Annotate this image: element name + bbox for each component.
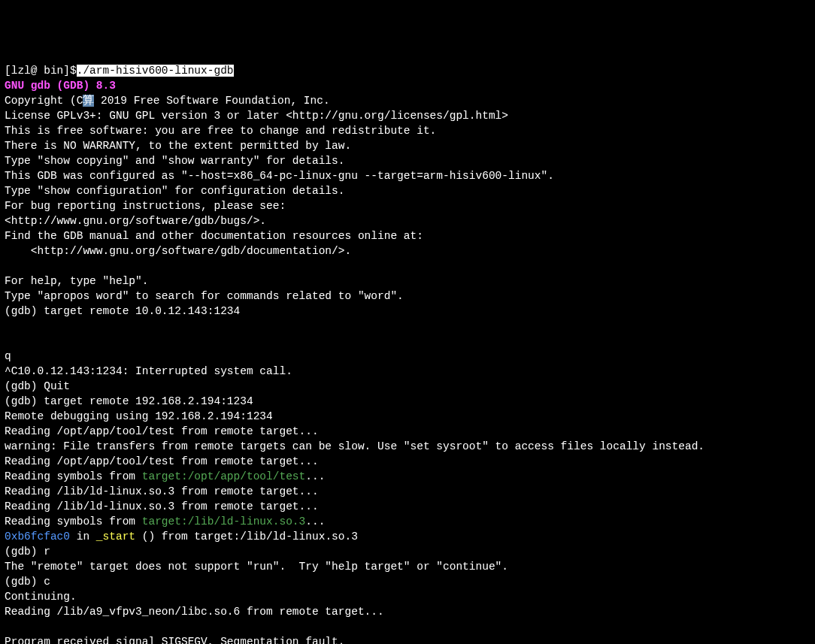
showconf-line: Type "show configuration" for configurat… <box>5 185 344 197</box>
gdb-cmd-r: (gdb) r <box>5 546 50 558</box>
configured-line: This GDB was configured as "--host=x86_6… <box>5 170 554 182</box>
start-fn: _start <box>96 531 135 543</box>
reading-line4: Reading /lib/ld-linux.so.3 from remote t… <box>5 500 319 512</box>
interrupt-line: ^C10.0.12.143:1234: Interrupted system c… <box>5 365 292 377</box>
reading-line2: Reading /opt/app/tool/test from remote t… <box>5 455 319 467</box>
reading-line1: Reading /opt/app/tool/test from remote t… <box>5 425 319 437</box>
terminal-output[interactable]: [lzl@ bin]$./arm-hisiv600-linux-gdb GNU … <box>5 63 810 644</box>
in1: in <box>70 531 96 543</box>
reading-line5: Reading /lib/a9_vfpv3_neon/libc.so.6 fro… <box>5 606 384 618</box>
shell-prompt: [lzl@ bin]$ <box>5 65 77 77</box>
gdb-title: GNU gdb (GDB) 8.3 <box>5 80 116 92</box>
dots1: ... <box>305 470 325 482</box>
signal-line: Program received signal SIGSEGV, Segment… <box>5 636 344 644</box>
copyright-pre: Copyright (C <box>5 95 83 107</box>
readsym-pre2: Reading symbols from <box>5 516 142 528</box>
help-line1: For help, type "help". <box>5 275 148 287</box>
cjk-icon: 算 <box>83 95 94 107</box>
tail1: () from target:/lib/ld-linux.so.3 <box>135 531 358 543</box>
help-line2: Type "apropos word" to search for comman… <box>5 290 404 302</box>
manual-line1: Find the GDB manual and other documentat… <box>5 230 423 242</box>
readsym-path2: target:/lib/ld-linux.so.3 <box>142 516 306 528</box>
manual-line2: <http://www.gnu.org/software/gdb/documen… <box>5 245 351 257</box>
gdb-quit: (gdb) Quit <box>5 380 70 392</box>
free-line1: This is free software: you are free to c… <box>5 125 436 137</box>
command-text: ./arm-hisiv600-linux-gdb <box>77 65 234 77</box>
addr1: 0xb6fcfac0 <box>5 531 70 543</box>
readsym-pre1: Reading symbols from <box>5 470 142 482</box>
bugs-line1: For bug reporting instructions, please s… <box>5 200 286 212</box>
q-line: q <box>5 350 11 362</box>
dots2: ... <box>305 516 325 528</box>
gdb-cmd-target1: (gdb) target remote 10.0.12.143:1234 <box>5 305 240 317</box>
copyright-post: 2019 Free Software Foundation, Inc. <box>94 95 329 107</box>
bugs-line2: <http://www.gnu.org/software/gdb/bugs/>. <box>5 215 266 227</box>
continuing-line: Continuing. <box>5 591 77 603</box>
free-line2: There is NO WARRANTY, to the extent perm… <box>5 140 351 152</box>
reading-line3: Reading /lib/ld-linux.so.3 from remote t… <box>5 485 319 497</box>
noremote-line: The "remote" target does not support "ru… <box>5 561 508 573</box>
gdb-cmd-target2: (gdb) target remote 192.168.2.194:1234 <box>5 395 253 407</box>
license-line: License GPLv3+: GNU GPL version 3 or lat… <box>5 110 508 122</box>
showcopy-line: Type "show copying" and "show warranty" … <box>5 155 344 167</box>
readsym-path1: target:/opt/app/tool/test <box>142 470 306 482</box>
gdb-cmd-c: (gdb) c <box>5 576 50 588</box>
remote-using-line: Remote debugging using 192.168.2.194:123… <box>5 410 273 422</box>
warning-line: warning: File transfers from remote targ… <box>5 440 704 452</box>
